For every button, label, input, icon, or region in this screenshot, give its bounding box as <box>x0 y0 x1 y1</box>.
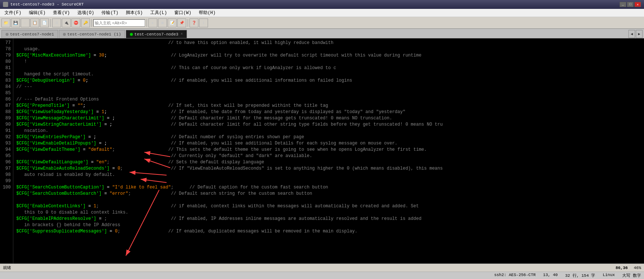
menu-item[interactable]: 窗口(W) <box>171 9 194 17</box>
menu-item[interactable]: 编辑(E) <box>26 9 49 17</box>
menu-item[interactable]: 脚本(S) <box>123 9 146 17</box>
title-bar: test-centos7-node3 - SecureCRT _ □ ✕ <box>0 0 644 9</box>
line-number: 82 <box>1 71 11 78</box>
code-line: $CFG['EnableIPAddressResolve'] = ; // If… <box>16 216 641 222</box>
tab-label: test-centos7-node3 <box>134 32 178 37</box>
line-number: 90 <box>1 122 11 128</box>
tab-nav-right[interactable]: ▶ <box>636 30 643 38</box>
status-percent: 46% <box>634 266 641 270</box>
toolbar-btn-11[interactable]: ⏹ <box>158 18 167 27</box>
toolbar-btn-info[interactable]: ℹ <box>199 18 208 27</box>
close-button[interactable]: ✕ <box>634 2 641 7</box>
status-text: 就绪 <box>3 265 11 271</box>
menu-item[interactable]: 文件(F) <box>1 9 24 17</box>
code-line: in brackets {} behind the IP Address <box>16 222 641 228</box>
code-line: hanged the script timeout. <box>16 71 641 78</box>
menu-item[interactable]: 查看(V) <box>50 9 73 17</box>
status-right: 86,36 46% <box>616 266 641 270</box>
code-line: $CFG['ViewDefaultTheme'] = "default"; //… <box>16 147 641 153</box>
info-right: ssh2: AES-256-CTR 13, 40 32 行, 154 字 Lin… <box>494 273 641 278</box>
toolbar-btn-8[interactable]: ⛔ <box>71 18 80 27</box>
toolbar-sep-3 <box>147 19 147 27</box>
toolbar-btn-10[interactable]: ▶ <box>148 18 157 27</box>
tab-status-dot <box>130 33 133 36</box>
code-line: $CFG['ViewUseTodayYesterday'] = 1; // If… <box>16 109 641 115</box>
toolbar-sep-2 <box>91 19 92 27</box>
tab-label: test-centos7-node1 (1) <box>67 32 121 37</box>
info-col-row: 13, 40 <box>543 273 558 278</box>
code-line: $CFG['SearchCustomButtonSearch'] = "erro… <box>16 191 641 197</box>
line-number: 100 <box>1 184 11 191</box>
editor: 7778798081828384858687888990919293949596… <box>0 38 644 263</box>
host-input[interactable] <box>93 19 145 27</box>
line-number: 93 <box>1 140 11 147</box>
code-line <box>16 90 641 96</box>
code-lines[interactable]: // to have this option enabled, it will … <box>13 38 644 263</box>
status-bar: 就绪 86,36 46% <box>0 263 644 272</box>
toolbar-btn-12[interactable]: 📝 <box>168 18 177 27</box>
line-number: 79 <box>1 52 11 59</box>
tab-tab3[interactable]: test-centos7-node3× <box>126 30 187 38</box>
toolbar-btn-2[interactable]: 💾 <box>11 18 20 27</box>
line-number: 81 <box>1 65 11 71</box>
code-line: ! <box>16 59 641 65</box>
info-bar: ssh2: AES-256-CTR 13, 40 32 行, 154 字 Lin… <box>0 272 644 279</box>
code-line: $CFG['DebugUserLogin'] = 0; // if enable… <box>16 78 641 84</box>
tab-status-dot <box>6 33 9 36</box>
code-line: $CFG['MiscMaxExecutionTime'] = 30; // Lo… <box>16 52 641 59</box>
code-line: $CFG['PrependTitle'] = ""; // If set, th… <box>16 103 641 109</box>
menu-item[interactable]: 选项(O) <box>74 9 97 17</box>
code-line: $CFG['ViewDefaultLanguage'] = "en"; // S… <box>16 159 641 166</box>
toolbar-btn-4[interactable]: 📋 <box>30 18 39 27</box>
code-line: nscation. <box>16 128 641 134</box>
toolbar-btn-9[interactable]: 🔑 <box>81 18 90 27</box>
info-os: Linux <box>603 273 615 278</box>
toolbar-btn-7[interactable]: 🔌 <box>62 18 71 27</box>
menu-item[interactable]: 传输(T) <box>98 9 121 17</box>
menu-item[interactable]: 帮助(H) <box>196 9 219 17</box>
line-number: 89 <box>1 115 11 122</box>
toolbar-btn-6[interactable]: 🖥 <box>52 18 61 27</box>
code-line: $CFG['ViewStringCharacterLimit'] = ; // … <box>16 122 641 128</box>
app-icon <box>3 2 8 7</box>
tab-nav-left[interactable]: ◀ <box>628 30 635 38</box>
tab-close-button[interactable]: × <box>181 32 183 36</box>
code-line: auto reload is enabled by default. <box>16 172 641 178</box>
toolbar-btn-13[interactable]: 📌 <box>177 18 186 27</box>
code-line: // to have this option enabled, it will … <box>16 40 641 46</box>
code-line: $CFG['ViewEnableDetailPopups'] = ; // If… <box>16 140 641 147</box>
line-number: 83 <box>1 78 11 84</box>
line-number: 96 <box>1 159 11 166</box>
line-number: 80 <box>1 59 11 65</box>
toolbar-btn-3[interactable]: ✂ <box>21 18 30 27</box>
code-line: $CFG['ViewEnableAutoReloadSeconds'] = 0;… <box>16 166 641 172</box>
code-line <box>16 197 641 203</box>
code-line: // --- <box>16 84 641 90</box>
tab-status-dot <box>63 33 66 36</box>
toolbar-sep-1 <box>50 19 51 27</box>
line-number: 98 <box>1 172 11 178</box>
title-bar-left: test-centos7-node3 - SecureCRT <box>3 2 84 7</box>
toolbar-btn-5[interactable]: 📄 <box>40 18 49 27</box>
code-line: $CFG['EnableContextLinks'] = 1; // if en… <box>16 203 641 210</box>
code-line: $CFG['SearchCustomButtonCaption'] = "I'd… <box>16 184 641 191</box>
code-line: this to 0 to disable all context links. <box>16 210 641 216</box>
code-line: $CFG['ViewMessageCharacterLimit'] = ; //… <box>16 115 641 122</box>
code-line <box>16 178 641 184</box>
line-number: 86 <box>1 96 11 103</box>
toolbar-btn-help[interactable]: ❓ <box>189 18 198 27</box>
toolbar-sep-4 <box>188 19 188 27</box>
tab-tab2[interactable]: test-centos7-node1 (1) <box>59 30 125 38</box>
line-number: 99 <box>1 178 11 184</box>
code-line: $CFG['ViewEntriesPerPage'] = ; // Defaul… <box>16 134 641 140</box>
code-content: 7778798081828384858687888990919293949596… <box>0 38 644 263</box>
info-mode: 大写 数字 <box>622 273 641 278</box>
toolbar-btn-1[interactable]: 📁 <box>1 18 10 27</box>
info-ssh: ssh2: AES-256-CTR <box>494 273 536 278</box>
toolbar: 📁 💾 ✂ 📋 📄 🖥 🔌 ⛔ 🔑 ▶ ⏹ 📝 📌 ❓ ℹ <box>0 17 644 29</box>
tab-tab1[interactable]: test-centos7-node1 <box>1 30 58 38</box>
minimize-button[interactable]: _ <box>620 2 626 7</box>
title-bar-controls: _ □ ✕ <box>620 2 641 7</box>
menu-item[interactable]: 工具(L) <box>147 9 170 17</box>
maximize-button[interactable]: □ <box>627 2 634 7</box>
